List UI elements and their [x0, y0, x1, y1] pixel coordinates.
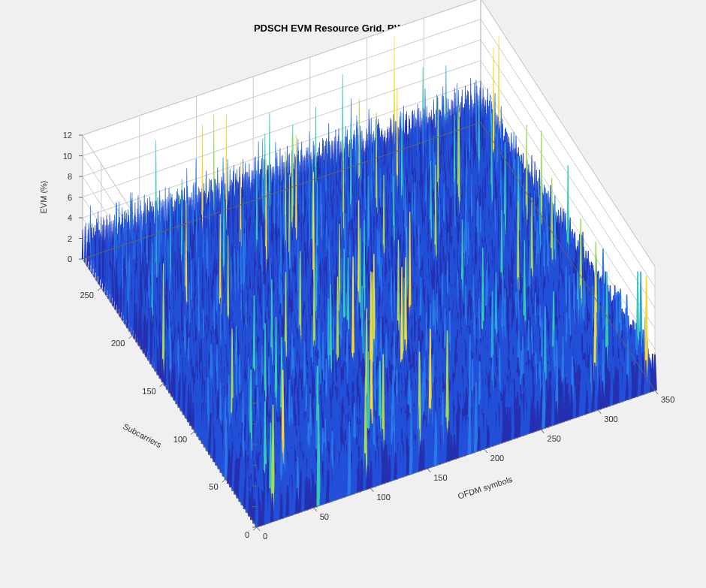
figure: { "chart_data": { "type": "surface3d", "…: [0, 0, 706, 588]
svg-line-9761: [655, 390, 658, 394]
y-tick: 150: [142, 387, 155, 396]
z-tick: 2: [68, 234, 72, 243]
svg-line-9757: [427, 469, 430, 472]
svg-line-9763: [222, 479, 226, 482]
svg-line-9754: [257, 527, 260, 531]
z-axis-label: EVM (%): [39, 181, 48, 214]
z-tick: 0: [68, 255, 72, 264]
x-tick: 350: [661, 395, 674, 404]
svg-line-9758: [484, 449, 487, 453]
x-tick: 300: [604, 415, 617, 424]
z-tick: 4: [68, 213, 72, 222]
chart-3d-surface: 0501001502002503003500501001502002500246…: [0, 0, 706, 588]
z-tick: 12: [63, 131, 72, 140]
y-tick: 200: [111, 339, 125, 348]
y-tick: 250: [80, 291, 93, 300]
svg-line-9766: [128, 336, 132, 339]
svg-line-9755: [314, 508, 317, 511]
y-axis-label: Subcarriers: [122, 421, 164, 449]
svg-line-9756: [370, 488, 373, 492]
x-tick: 100: [376, 493, 390, 502]
z-tick: 10: [63, 152, 72, 161]
svg-line-9767: [98, 288, 101, 291]
y-tick: 0: [245, 530, 249, 539]
x-tick: 150: [433, 473, 447, 482]
y-tick: 100: [173, 435, 187, 444]
x-tick: 250: [548, 434, 561, 443]
svg-line-9765: [160, 384, 164, 387]
svg-line-9760: [598, 410, 601, 414]
x-tick: 0: [263, 532, 267, 541]
x-tick: 200: [490, 454, 504, 463]
svg-line-9759: [542, 430, 545, 433]
y-tick: 50: [209, 482, 218, 491]
x-tick: 50: [320, 512, 329, 521]
z-tick: 8: [68, 172, 72, 181]
x-axis-label: OFDM symbols: [457, 475, 514, 501]
svg-line-9762: [253, 527, 257, 530]
z-tick: 6: [68, 193, 72, 202]
